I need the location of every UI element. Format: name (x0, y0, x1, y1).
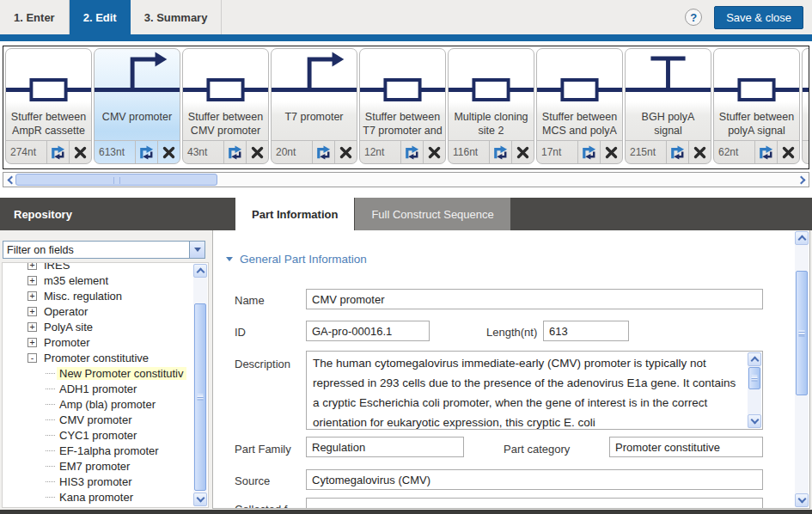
length-field[interactable] (543, 321, 629, 341)
general-part-information-header[interactable]: General Part Information (226, 253, 367, 266)
expand-icon[interactable]: + (27, 307, 37, 316)
scroll-right-icon[interactable] (796, 173, 809, 187)
scroll-down-icon[interactable] (193, 493, 207, 506)
delete-part-icon[interactable] (777, 141, 799, 163)
panel-scrollbar[interactable] (795, 231, 809, 507)
length-label: Length(nt) (486, 326, 537, 339)
description-field[interactable]: The human cytomegalovirus immediate-earl… (306, 351, 763, 430)
tree-item[interactable]: +IRES (3, 262, 193, 272)
tree-item[interactable]: +Misc. regulation (3, 288, 193, 303)
tree-connector (46, 497, 55, 498)
swap-part-icon[interactable] (46, 141, 69, 163)
description-scroll-thumb[interactable] (748, 367, 760, 389)
construct-part-card[interactable]: Stuffer between T7 promoter and12nt (359, 48, 446, 164)
dropdown-arrow-icon[interactable] (189, 242, 205, 258)
partial-row-field[interactable] (306, 498, 763, 509)
expand-icon[interactable]: + (27, 291, 37, 301)
wizard-tab[interactable]: 1. Enter (0, 0, 70, 34)
swap-part-icon[interactable] (312, 141, 334, 163)
description-scrollbar[interactable] (748, 352, 761, 428)
construct-part-card[interactable]: Stuffer between MCS and polyA17nt (536, 48, 623, 164)
repository-title: Repository (0, 198, 211, 230)
horizontal-scroll-thumb[interactable] (15, 174, 217, 186)
part-footer (803, 140, 809, 163)
swap-part-icon[interactable] (400, 141, 423, 163)
collapse-icon[interactable]: - (27, 353, 37, 363)
expand-icon[interactable]: + (27, 262, 37, 270)
part-family-field[interactable] (306, 437, 464, 457)
delete-part-icon[interactable] (334, 141, 357, 163)
description-label: Description (235, 358, 290, 370)
panel-scroll-thumb[interactable] (796, 271, 808, 395)
construct-part-card[interactable]: Stuffer between AmpR cassette274nt (5, 48, 92, 164)
delete-part-icon[interactable] (600, 141, 622, 163)
scroll-down-icon[interactable] (795, 493, 809, 507)
tree-item-label: Promoter constitutive (41, 352, 151, 364)
part-promoter-icon (272, 49, 357, 109)
tree-item-label: IRES (41, 262, 72, 272)
swap-part-icon[interactable] (666, 141, 688, 163)
scroll-down-icon[interactable] (748, 414, 761, 428)
scroll-up-icon[interactable] (748, 352, 761, 366)
source-field[interactable] (306, 469, 763, 490)
delete-part-icon[interactable] (423, 141, 445, 163)
swap-part-icon[interactable] (223, 141, 246, 163)
expand-icon[interactable]: + (27, 338, 37, 347)
delete-part-icon[interactable] (246, 141, 268, 163)
part-category-field[interactable] (609, 437, 763, 457)
expand-icon[interactable]: + (27, 322, 37, 332)
id-field[interactable] (306, 321, 430, 341)
name-field[interactable] (306, 289, 763, 309)
repository-panel: Filter on fields +IRES+m35 element+Misc.… (0, 230, 211, 510)
tree-item[interactable]: New Promoter constitutiv (3, 365, 193, 381)
tree-scrollbar[interactable] (193, 264, 207, 506)
tree-item[interactable]: +Promoter (3, 334, 193, 350)
tree-item[interactable]: +Operator (3, 303, 193, 319)
tree-item[interactable]: CMV promoter (3, 412, 193, 427)
panel-tab[interactable]: Part Information (235, 198, 354, 230)
panel-tab[interactable]: Full Construct Sequence (355, 198, 510, 230)
tree-item[interactable]: CYC1 promoter (3, 427, 193, 443)
swap-part-icon[interactable] (577, 141, 600, 163)
expand-icon[interactable]: + (27, 276, 37, 285)
tree-item[interactable]: ADH1 promoter (3, 381, 193, 396)
wizard-tab[interactable]: 2. Edit (70, 0, 131, 34)
scroll-left-icon[interactable] (3, 173, 16, 187)
scroll-up-icon[interactable] (795, 231, 809, 245)
tree-item[interactable]: +m35 element (3, 272, 193, 288)
tree-item[interactable]: HIS3 promoter (3, 474, 193, 489)
tree-item[interactable]: -Promoter constitutive (3, 350, 193, 365)
save-close-button[interactable]: Save & close (714, 6, 803, 29)
section-header: Repository Part InformationFull Construc… (0, 198, 812, 230)
delete-part-icon[interactable] (69, 141, 91, 163)
tree-item[interactable]: Amp (bla) promoter (3, 396, 193, 412)
scroll-up-icon[interactable] (193, 264, 207, 278)
construct-part-card[interactable]: T7 promoter20nt (271, 48, 357, 164)
construct-part-card[interactable]: CMV promoter613nt (94, 48, 180, 164)
help-icon[interactable]: ? (685, 9, 702, 26)
tree-connector (46, 481, 55, 482)
construct-part-card[interactable]: Stuffer between polyA signal62nt (713, 48, 800, 164)
strip-horizontal-scrollbar[interactable] (3, 172, 809, 187)
construct-part-card[interactable] (802, 48, 809, 164)
construct-part-card[interactable]: Stuffer between CMV promoter43nt (182, 48, 269, 164)
swap-part-icon[interactable] (754, 141, 777, 163)
repository-tree: +IRES+m35 element+Misc. regulation+Opera… (2, 262, 209, 508)
construct-part-card[interactable]: Multiple cloning site 2116nt (448, 48, 534, 164)
swap-part-icon[interactable] (489, 141, 511, 163)
tree-item[interactable]: +PolyA site (3, 319, 193, 334)
delete-part-icon[interactable] (511, 141, 534, 163)
tree-item-label: Promoter (41, 336, 92, 349)
construct-part-card[interactable]: BGH polyA signal215nt (625, 48, 711, 164)
id-label: ID (235, 326, 246, 339)
tree-scroll-thumb[interactable] (194, 303, 206, 491)
delete-part-icon[interactable] (157, 141, 180, 163)
filter-dropdown[interactable]: Filter on fields (3, 241, 205, 259)
tree-item[interactable]: EM7 promoter (3, 458, 193, 474)
wizard-tab[interactable]: 3. Summary (131, 0, 223, 34)
tree-item[interactable]: EF-1alpha promoter (3, 443, 193, 458)
tree-item[interactable]: Kana promoter (3, 489, 193, 505)
delete-part-icon[interactable] (688, 141, 711, 163)
part-label: Stuffer between CMV promoter (185, 110, 266, 138)
swap-part-icon[interactable] (135, 141, 157, 163)
